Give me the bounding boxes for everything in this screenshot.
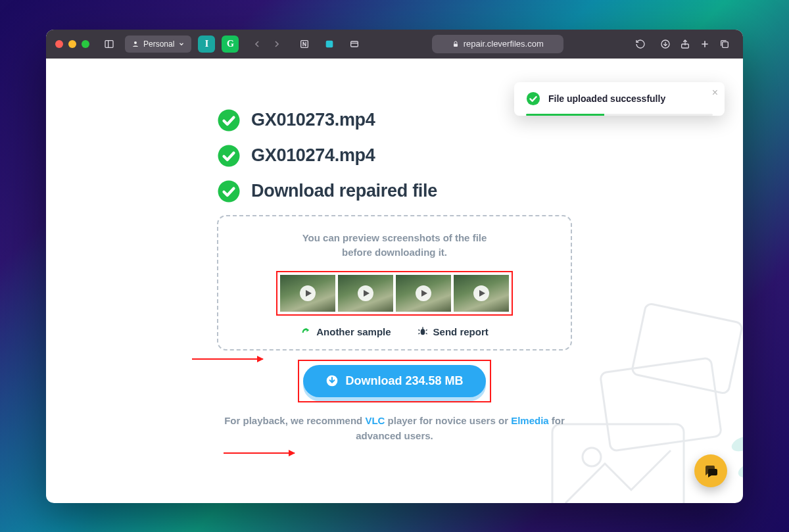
window-controls xyxy=(55,40,89,48)
bug-icon xyxy=(418,326,428,337)
svg-rect-16 xyxy=(552,424,684,503)
extension-notion-icon[interactable] xyxy=(295,35,314,53)
nav-back-button[interactable] xyxy=(248,35,266,53)
extension-reader-icon[interactable] xyxy=(345,35,364,53)
svg-rect-4 xyxy=(326,40,333,47)
check-circle-icon xyxy=(217,144,241,168)
annotation-highlight: Download 234.58 MB xyxy=(298,360,490,402)
tabs-overview-button[interactable] xyxy=(715,35,734,53)
another-sample-button[interactable]: Another sample xyxy=(300,326,391,337)
download-icon xyxy=(325,374,339,387)
preview-panel: You can preview screenshots of the file … xyxy=(217,215,572,351)
sidebar-toggle-icon[interactable] xyxy=(100,35,118,53)
download-button[interactable]: Download 234.58 MB xyxy=(303,365,485,397)
svg-point-22 xyxy=(218,145,240,166)
share-button[interactable] xyxy=(676,35,694,53)
svg-rect-13 xyxy=(723,41,729,47)
window-close-button[interactable] xyxy=(55,40,63,48)
url-text: repair.cleverfiles.com xyxy=(464,39,544,49)
svg-marker-25 xyxy=(364,290,370,297)
file-name-2: GX010274.mp4 xyxy=(251,145,375,166)
svg-marker-26 xyxy=(421,290,427,297)
annotation-arrow xyxy=(224,452,295,454)
play-icon xyxy=(300,285,316,301)
svg-point-28 xyxy=(420,329,425,335)
window-maximize-button[interactable] xyxy=(82,40,89,48)
preview-thumbnail[interactable] xyxy=(338,275,393,312)
address-bar[interactable]: repair.cleverfiles.com xyxy=(432,35,563,53)
window-minimize-button[interactable] xyxy=(68,40,76,48)
send-report-label: Send report xyxy=(433,326,489,337)
svg-marker-27 xyxy=(479,290,485,297)
step-file-1: GX010273.mp4 xyxy=(217,109,572,132)
svg-point-21 xyxy=(218,109,240,131)
file-name-1: GX010273.mp4 xyxy=(251,110,375,130)
svg-line-32 xyxy=(418,333,419,334)
svg-rect-14 xyxy=(631,302,743,394)
elmedia-link[interactable]: Elmedia xyxy=(511,415,549,426)
vlc-link[interactable]: VLC xyxy=(365,415,385,426)
svg-point-20 xyxy=(527,91,540,105)
extension-instapaper-icon[interactable]: I xyxy=(198,36,215,53)
send-report-button[interactable]: Send report xyxy=(418,326,489,337)
step-file-2: GX010274.mp4 xyxy=(217,144,572,168)
lock-icon xyxy=(452,40,460,48)
svg-point-23 xyxy=(218,180,240,202)
preview-thumbnail[interactable] xyxy=(396,275,451,312)
download-heading: Download repaired file xyxy=(251,181,437,201)
playback-recommendation: For playback, we recommend VLC player fo… xyxy=(217,413,572,444)
svg-rect-5 xyxy=(351,41,358,47)
play-icon xyxy=(473,285,489,301)
extension-todoist-icon[interactable] xyxy=(320,35,339,53)
extension-grammarly-icon[interactable]: G xyxy=(222,36,239,53)
check-circle-icon xyxy=(217,109,241,132)
preview-hint: You can preview screenshots of the file … xyxy=(289,231,500,260)
download-button-label: Download 234.58 MB xyxy=(345,374,463,388)
page-content: × File uploaded successfully GX010273.mp… xyxy=(46,59,743,503)
svg-rect-15 xyxy=(600,357,721,450)
chat-icon xyxy=(703,463,719,479)
downloads-button[interactable] xyxy=(656,35,675,53)
preview-thumbnail[interactable] xyxy=(280,275,335,312)
titlebar: Personal I G repair.cleverfiles.com xyxy=(46,30,743,59)
refresh-arrow-icon xyxy=(300,326,311,337)
another-sample-label: Another sample xyxy=(316,326,391,337)
svg-line-31 xyxy=(425,329,427,330)
profile-label: Personal xyxy=(143,39,174,49)
preview-thumbnail[interactable] xyxy=(454,275,509,312)
chat-fab[interactable] xyxy=(694,454,727,487)
svg-point-17 xyxy=(583,448,601,466)
step-download-heading: Download repaired file xyxy=(217,180,572,203)
check-circle-icon xyxy=(217,180,241,203)
toast-message: File uploaded successfully xyxy=(548,93,665,104)
svg-point-18 xyxy=(730,433,743,454)
svg-point-2 xyxy=(134,41,137,44)
profile-picker[interactable]: Personal xyxy=(125,36,191,53)
svg-marker-24 xyxy=(306,290,312,297)
reload-button[interactable] xyxy=(631,35,650,53)
svg-rect-7 xyxy=(454,43,458,47)
play-icon xyxy=(358,285,373,301)
svg-point-19 xyxy=(736,460,743,480)
check-circle-icon xyxy=(526,91,540,106)
browser-window: Personal I G repair.cleverfiles.com xyxy=(46,30,743,503)
svg-line-30 xyxy=(418,329,419,330)
preview-thumbnails xyxy=(276,271,513,316)
toast-close-button[interactable]: × xyxy=(712,87,718,98)
nav-forward-button[interactable] xyxy=(268,35,286,53)
svg-rect-0 xyxy=(105,40,113,47)
new-tab-button[interactable] xyxy=(696,35,714,53)
play-icon xyxy=(416,285,431,301)
svg-line-33 xyxy=(425,333,427,334)
